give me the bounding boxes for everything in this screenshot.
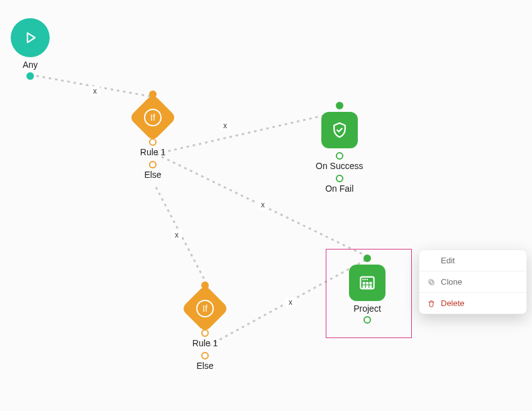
trigger-node[interactable]: Any [11,18,50,80]
svg-rect-7 [363,285,365,288]
if-icon: If [181,285,229,332]
svg-rect-8 [366,285,369,288]
svg-point-1 [362,278,363,280]
svg-rect-4 [363,282,365,285]
on-success-port[interactable]: On Success [316,152,363,171]
context-menu-clone[interactable]: Clone [419,271,526,293]
if-node[interactable]: If Rule 1 Else [136,101,170,180]
if-else-port[interactable]: Else [144,161,161,180]
project-out-port[interactable] [363,316,371,324]
context-menu-edit[interactable]: Edit [419,250,526,271]
action-node-project[interactable]: Project [349,265,385,324]
project-label: Project [353,304,381,314]
svg-rect-10 [430,281,434,285]
x-icon: x [261,200,265,209]
if-icon: If [129,94,177,141]
edge-remove-button[interactable]: x [220,121,230,131]
copy-icon [427,278,436,287]
project-grid-icon [349,265,385,301]
svg-point-3 [367,278,368,280]
node-in-port[interactable] [363,255,371,262]
action-node-shield[interactable]: On Success On Fail [316,112,363,194]
trigger-out-port[interactable] [26,72,34,80]
edge-remove-button[interactable]: x [258,200,268,210]
play-icon [11,18,50,57]
x-icon: x [289,298,292,307]
x-icon: x [223,121,227,130]
edge-remove-button[interactable]: x [90,86,100,96]
blank-icon [427,256,436,265]
node-in-port[interactable] [336,102,343,109]
if-else-port[interactable]: Else [196,352,213,371]
if-rule1-port[interactable]: Rule 1 [140,138,165,157]
edge-remove-button[interactable]: x [285,297,296,307]
svg-point-2 [364,278,365,280]
workflow-canvas[interactable]: x x x x x Any If Rule 1 Else [0,0,532,411]
trash-icon [427,299,436,308]
if-rule1-port[interactable]: Rule 1 [192,329,218,348]
context-menu-delete[interactable]: Delete [419,293,526,314]
x-icon: x [93,87,97,96]
context-menu: Edit Clone Delete [419,249,527,314]
on-fail-port[interactable]: On Fail [325,175,353,194]
svg-rect-6 [369,282,372,285]
shield-check-icon [321,112,358,148]
svg-rect-11 [429,280,433,283]
svg-rect-5 [366,282,369,285]
if-node[interactable]: If Rule 1 Else [188,292,222,371]
x-icon: x [175,231,179,239]
svg-rect-9 [369,285,372,288]
edge-remove-button[interactable]: x [172,230,182,240]
trigger-label: Any [23,60,38,70]
